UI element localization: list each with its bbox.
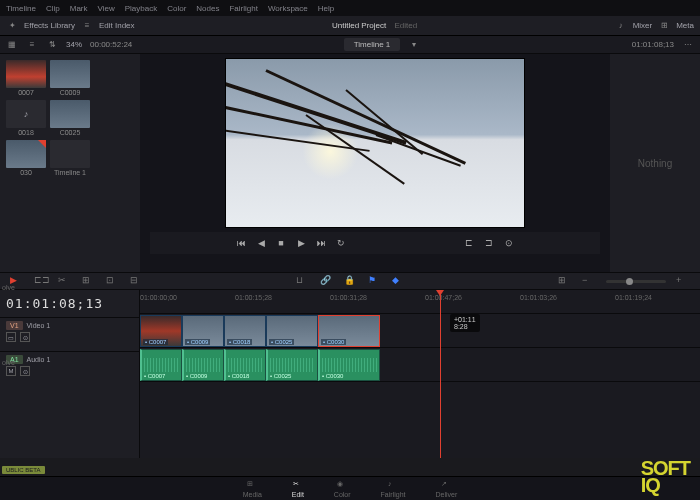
effects-library-icon[interactable]: ✦ [6, 20, 18, 32]
link-toggle[interactable]: 🔗 [320, 275, 334, 287]
source-timecode: 00:00:52:24 [90, 40, 132, 49]
menu-nodes[interactable]: Nodes [196, 4, 219, 13]
menu-timeline[interactable]: Timeline [6, 4, 36, 13]
media-clip[interactable]: C0025 [50, 100, 90, 136]
flag-toggle[interactable]: ⚑ [368, 275, 382, 287]
audio-clip[interactable]: • C0018 [224, 349, 266, 381]
page-fairlight[interactable]: ♪Fairlight [381, 480, 406, 498]
page-color[interactable]: ◉Color [334, 480, 351, 498]
timeline-view-icon[interactable]: ⊞ [558, 275, 572, 287]
video-track-lane[interactable]: • C0007• C0009• C0018• C0025• C0030 [140, 314, 700, 348]
timeline-timecode[interactable]: 01:01:08;13 [0, 290, 139, 317]
watermark: SOFTIQ [641, 460, 690, 494]
media-clip[interactable]: C0009 [50, 60, 90, 96]
mark-out-button[interactable]: ⊐ [483, 237, 495, 249]
loop-button[interactable]: ↻ [335, 237, 347, 249]
inspector-empty-text: Nothing [638, 158, 672, 169]
zoom-in-button[interactable]: + [676, 275, 690, 287]
stop-button[interactable]: ■ [275, 237, 287, 249]
view-list-icon[interactable]: ≡ [26, 39, 38, 51]
marker-toggle[interactable]: ◆ [392, 275, 406, 287]
media-clip[interactable]: Timeline 1 [50, 140, 90, 176]
timeline-ruler[interactable]: 01:00:00;0001:00:15;2801:00:31;2801:00:4… [140, 290, 700, 314]
menu-help[interactable]: Help [318, 4, 334, 13]
sort-icon[interactable]: ⇅ [46, 39, 58, 51]
video-track-name: Video 1 [27, 322, 51, 329]
options-icon[interactable]: ⋯ [682, 39, 694, 51]
video-clip[interactable]: • C0007 [140, 315, 182, 347]
tab-dropdown-icon[interactable]: ▾ [408, 39, 420, 51]
menu-color[interactable]: Color [167, 4, 186, 13]
zoom-slider[interactable] [606, 280, 666, 283]
media-clip[interactable]: ♪0018 [6, 100, 46, 136]
inspector-panel: Nothing [610, 54, 700, 272]
mark-in-button[interactable]: ⊏ [463, 237, 475, 249]
audio-clip[interactable]: • C0007 [140, 349, 182, 381]
menu-bar: Timeline Clip Mark View Playback Color N… [0, 0, 700, 16]
edit-index-button[interactable]: Edit Index [99, 21, 135, 30]
timeline-toolbar: ▶ ⊏⊐ ✂ ⊞ ⊡ ⊟ ⊔ 🔗 🔒 ⚑ ◆ ⊞ − + [0, 272, 700, 290]
media-pool: 0007C0009♪0018C0025030Timeline 1 [0, 54, 140, 272]
page-nav: ⊞Media✂Edit◉Color♪Fairlight↗Deliver [0, 476, 700, 500]
menu-fairlight[interactable]: Fairlight [229, 4, 257, 13]
left-side-tab-2[interactable]: olve [0, 355, 20, 370]
video-clip[interactable]: • C0025 [266, 315, 318, 347]
top-panel-bar: ✦ Effects Library ≡ Edit Index Untitled … [0, 16, 700, 36]
menu-view[interactable]: View [98, 4, 115, 13]
audio-clip[interactable]: • C0009 [182, 349, 224, 381]
page-media[interactable]: ⊞Media [243, 480, 262, 498]
match-frame-button[interactable]: ⊙ [503, 237, 515, 249]
audio-track-header[interactable]: A1Audio 1 M⊙ [0, 351, 139, 385]
project-status: Edited [395, 21, 418, 30]
media-clip[interactable]: 030 [6, 140, 46, 176]
video-clip[interactable]: • C0018 [224, 315, 266, 347]
zoom-out-button[interactable]: − [582, 275, 596, 287]
timeline-tab[interactable]: Timeline 1 [344, 38, 401, 51]
first-frame-button[interactable]: ⏮ [235, 237, 247, 249]
video-clip[interactable]: • C0009 [182, 315, 224, 347]
timeline-tracks[interactable]: 01:00:00;0001:00:15;2801:00:31;2801:00:4… [140, 290, 700, 458]
play-reverse-button[interactable]: ◀ [255, 237, 267, 249]
media-clip[interactable]: 0007 [6, 60, 46, 96]
playhead-tooltip: +01:118:28 [450, 314, 480, 332]
blade-tool[interactable]: ✂ [58, 275, 72, 287]
menu-workspace[interactable]: Workspace [268, 4, 308, 13]
transport-controls: ⏮ ◀ ■ ▶ ⏭ ↻ ⊏ ⊐ ⊙ [150, 232, 600, 254]
mixer-icon[interactable]: ♪ [615, 20, 627, 32]
effects-library-button[interactable]: Effects Library [24, 21, 75, 30]
snap-toggle[interactable]: ⊔ [296, 275, 310, 287]
page-deliver[interactable]: ↗Deliver [435, 480, 457, 498]
menu-mark[interactable]: Mark [70, 4, 88, 13]
mixer-button[interactable]: Mixer [633, 21, 653, 30]
audio-clip[interactable]: • C0025 [266, 349, 318, 381]
audio-solo-button[interactable]: ⊙ [20, 366, 30, 376]
viewer-toolbar: ▦ ≡ ⇅ 34% 00:00:52:24 Timeline 1 ▾ 01:01… [0, 36, 700, 54]
record-timecode: 01:01:08;13 [632, 40, 674, 49]
menu-playback[interactable]: Playback [125, 4, 157, 13]
edit-index-icon[interactable]: ≡ [81, 20, 93, 32]
zoom-percent[interactable]: 34% [66, 40, 82, 49]
insert-tool[interactable]: ⊞ [82, 275, 96, 287]
left-side-tab-1[interactable]: olve [0, 280, 20, 295]
overwrite-tool[interactable]: ⊡ [106, 275, 120, 287]
timeline-panel: 01:01:08;13 V1Video 1 ▭⊙ A1Audio 1 M⊙ 01… [0, 290, 700, 458]
trim-tool[interactable]: ⊏⊐ [34, 275, 48, 287]
audio-clip[interactable]: • C0030 [318, 349, 380, 381]
video-enable-icon[interactable]: ⊙ [20, 332, 30, 342]
play-button[interactable]: ▶ [295, 237, 307, 249]
viewer-canvas[interactable] [225, 58, 525, 228]
video-clip[interactable]: • C0030 [318, 315, 380, 347]
metadata-icon[interactable]: ⊞ [658, 20, 670, 32]
metadata-button[interactable]: Meta [676, 21, 694, 30]
replace-tool[interactable]: ⊟ [130, 275, 144, 287]
track-headers: 01:01:08;13 V1Video 1 ▭⊙ A1Audio 1 M⊙ [0, 290, 140, 458]
view-grid-icon[interactable]: ▦ [6, 39, 18, 51]
menu-clip[interactable]: Clip [46, 4, 60, 13]
lock-toggle[interactable]: 🔒 [344, 275, 358, 287]
last-frame-button[interactable]: ⏭ [315, 237, 327, 249]
page-edit[interactable]: ✂Edit [292, 480, 304, 498]
video-track-header[interactable]: V1Video 1 ▭⊙ [0, 317, 139, 351]
playhead[interactable] [440, 290, 441, 458]
timeline-viewer: ⏮ ◀ ■ ▶ ⏭ ↻ ⊏ ⊐ ⊙ [140, 54, 610, 272]
audio-track-lane[interactable]: • C0007• C0009• C0018• C0025• C0030 [140, 348, 700, 382]
